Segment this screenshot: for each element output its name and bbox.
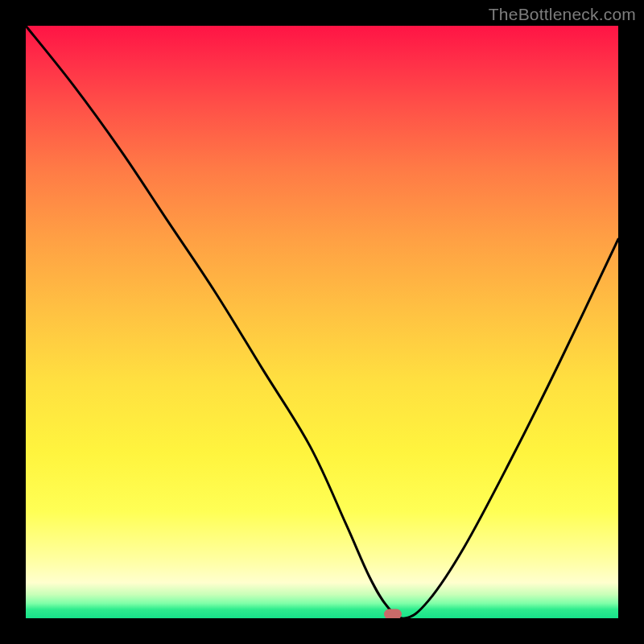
chart-stage: TheBottleneck.com — [0, 0, 644, 644]
watermark-text: TheBottleneck.com — [489, 5, 636, 24]
optimal-marker — [384, 609, 402, 619]
curve-svg — [26, 26, 618, 618]
bottleneck-curve-path — [26, 26, 618, 618]
plot-area — [26, 26, 618, 618]
